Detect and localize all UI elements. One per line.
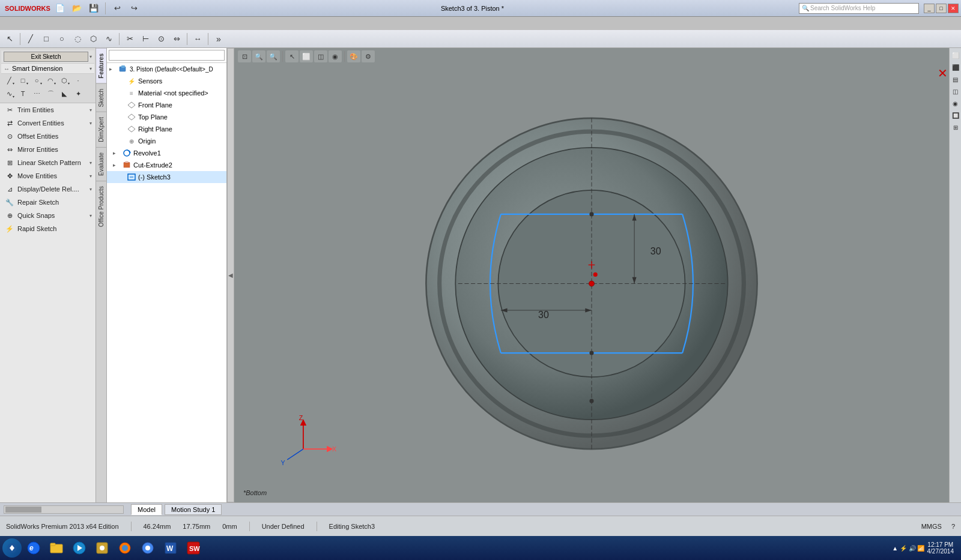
offset-entities-item[interactable]: ⊙ Offset Entities [0,130,95,143]
new-btn[interactable]: 📄 [53,2,67,15]
fillet-tool[interactable]: ⌒ [44,88,57,100]
tree-top-plane[interactable]: Top Plane [107,111,226,123]
model-tab[interactable]: Model [131,504,162,515]
hide-show-btn[interactable]: ◉ [329,50,342,62]
extend-btn[interactable]: ⊢ [138,32,153,46]
minimize-btn[interactable]: _ [924,4,935,13]
rect-btn[interactable]: □ [39,32,53,46]
polygon-btn[interactable]: ⬡ [86,32,100,46]
horizontal-scrollbar[interactable] [4,505,124,514]
circle-btn[interactable]: ○ [55,32,69,46]
view-orient-btn[interactable]: ⬜ [300,50,313,62]
appearance-btn[interactable]: 🎨 [347,50,360,62]
dimension-btn[interactable]: ↔ [190,32,205,46]
tab-office[interactable]: Office Products [96,181,106,232]
rp-btn-4[interactable]: ◫ [950,86,961,97]
text-tool[interactable]: T [16,88,29,100]
origin-label: Origin [138,137,156,145]
rp-btn-6[interactable]: 🔲 [950,110,961,121]
chrome-btn[interactable] [137,538,159,558]
search-bar[interactable]: 🔍 Search SolidWorks Help [799,3,919,14]
trim-entities-item[interactable]: ✂ Trim Entities ▾ [0,103,95,116]
solidworks-tb-btn[interactable]: SW [183,538,204,558]
more-btn[interactable]: » [211,32,226,46]
collapse-handle[interactable]: ◀ [227,48,234,502]
cut-extrude2-expand[interactable]: ▸ [113,162,121,168]
select-btn[interactable]: ↖ [2,32,17,46]
tree-origin[interactable]: ⊕ Origin [107,135,226,147]
tree-material[interactable]: ≡ Material <not specified> [107,87,226,99]
ie-btn[interactable]: e [23,538,44,558]
revolve1-icon [121,148,132,158]
rp-btn-7[interactable]: ⊞ [950,122,961,133]
tab-sketch[interactable]: Sketch [96,83,106,112]
tree-revolve1[interactable]: ▸ Revolve1 [107,147,226,159]
viewport[interactable]: 30 30 Z X [234,48,949,502]
redo-btn[interactable]: ↪ [127,2,141,15]
tree-cut-extrude2[interactable]: ▸ Cut-Extrude2 [107,159,226,171]
spline-tool[interactable]: ∿ [2,88,16,100]
display-delete-item[interactable]: ⊿ Display/Delete Rel.... ▾ [0,182,95,196]
status-help-btn[interactable]: ? [951,523,955,530]
tab-evaluate[interactable]: Evaluate [96,147,106,181]
smart-dim-arrow[interactable]: ▾ [89,66,92,71]
rapid-sketch-item[interactable]: ⚡ Rapid Sketch [0,222,95,235]
revolve1-expand[interactable]: ▸ [113,150,121,156]
constr-line-tool[interactable]: ⋯ [30,88,43,100]
undo-btn[interactable]: ↩ [110,2,124,15]
tree-right-plane[interactable]: Right Plane [107,123,226,135]
firefox-btn[interactable] [114,538,136,558]
media-player-btn[interactable] [68,538,90,558]
exit-sketch-btn[interactable]: Exit Sketch [4,52,88,62]
tree-sensors[interactable]: ⚡ Sensors [107,75,226,87]
rp-btn-2[interactable]: ⬛ [950,62,961,73]
settings-btn[interactable] [91,538,113,558]
point-tool[interactable]: · [71,74,85,86]
close-btn[interactable]: ✕ [948,4,959,13]
explorer-btn[interactable] [46,538,67,558]
save-btn[interactable]: 💾 [86,2,101,15]
view-settings-btn[interactable]: ⚙ [362,50,375,62]
zoom-out-btn[interactable]: 🔍 [267,50,280,62]
tree-front-plane[interactable]: Front Plane [107,99,226,111]
exit-sketch-arrow[interactable]: ▾ [89,54,92,59]
root-expand[interactable]: ▸ [109,66,118,72]
chamfer-tool[interactable]: ◣ [58,88,71,100]
select-filter-btn[interactable]: ↖ [285,50,299,62]
polygon-tool[interactable]: ⬡ [58,74,71,86]
start-btn[interactable] [2,538,22,558]
offset-btn[interactable]: ⊙ [154,32,168,46]
mirror-btn[interactable]: ⇔ [169,32,184,46]
zoom-to-fit-btn[interactable]: ⊡ [238,50,251,62]
circle-tool[interactable]: ○ [30,74,43,86]
arc-btn[interactable]: ◌ [70,32,85,46]
arc-tool[interactable]: ◠ [44,74,57,86]
display-style-btn[interactable]: ◫ [314,50,327,62]
zoom-in-btn[interactable]: 🔍 [252,50,265,62]
linear-sketch-pattern-item[interactable]: ⊞ Linear Sketch Pattern ▾ [0,156,95,169]
open-btn[interactable]: 📂 [70,2,84,15]
tree-root[interactable]: ▸ 3. Piston (Default<<Default>_D [107,63,226,75]
restore-btn[interactable]: □ [936,4,947,13]
rp-btn-5[interactable]: ◉ [950,98,961,109]
extra-tool[interactable]: ✦ [71,88,85,100]
rect-tool[interactable]: □ [16,74,29,86]
tab-features[interactable]: Features [96,48,106,83]
line-tool[interactable]: ╱ [2,74,16,86]
tab-dimxpert[interactable]: DimXpert [96,112,106,147]
tree-sketch3[interactable]: (-) Sketch3 [107,171,226,183]
tree-search-input[interactable] [109,50,225,61]
word-btn[interactable]: W [160,538,181,558]
convert-entities-item[interactable]: ⇄ Convert Entities ▾ [0,116,95,130]
line-btn[interactable]: ╱ [23,32,38,46]
repair-sketch-item[interactable]: 🔧 Repair Sketch [0,196,95,209]
close-panel-btn[interactable]: ✕ [938,66,948,80]
mirror-entities-item[interactable]: ⇔ Mirror Entities [0,143,95,156]
spline-btn[interactable]: ∿ [102,32,116,46]
rp-btn-1[interactable]: ⬜ [950,50,961,61]
trim-btn[interactable]: ✂ [123,32,137,46]
rp-btn-3[interactable]: ▤ [950,74,961,85]
quick-snaps-item[interactable]: ⊕ Quick Snaps ▾ [0,209,95,222]
move-entities-item[interactable]: ✥ Move Entities ▾ [0,169,95,182]
motion-study-tab[interactable]: Motion Study 1 [165,504,222,515]
